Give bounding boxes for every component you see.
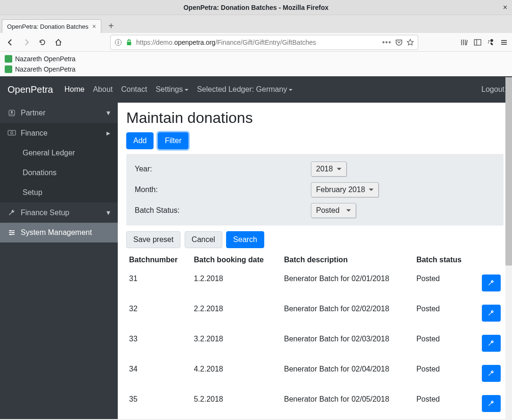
library-icon[interactable] [460,38,469,47]
tab-title: OpenPetra: Donation Batches [7,23,89,30]
table-row: 311.2.2018Benerator Batch for 02/01/2018… [126,268,504,298]
sidebar-label: Finance [21,129,48,137]
reload-icon [39,39,46,46]
sidebar-item-setup[interactable]: Setup [0,183,118,202]
save-preset-button[interactable]: Save preset [126,231,180,248]
svg-point-15 [10,234,12,235]
row-action-button[interactable] [482,335,501,352]
nav-about[interactable]: About [93,85,113,94]
cell-batchnumber: 35 [126,388,191,419]
window-title: OpenPetra: Donation Batches - Mozilla Fi… [183,4,328,11]
svg-point-10 [11,111,13,113]
batch-status-select[interactable]: Posted [311,203,356,218]
bookmark-item[interactable]: Nazareth OpenPetra [4,54,508,64]
cell-status: Posted [414,328,474,358]
month-select[interactable]: February 2018 [311,182,379,197]
home-button[interactable] [52,36,65,49]
page-actions-icon[interactable]: ••• [382,38,391,47]
filter-button[interactable]: Filter [158,132,189,149]
user-icon [8,109,16,117]
url-bar[interactable]: https://demo.openpetra.org/Finance/Gift/… [110,35,418,50]
window-titlebar: OpenPetra: Donation Batches - Mozilla Fi… [0,0,512,15]
sidebar-item-finance-setup[interactable]: Finance Setup ▾ [0,202,118,223]
window-close-icon[interactable]: × [503,3,507,12]
bookmark-favicon-icon [5,65,12,73]
svg-point-7 [488,40,490,41]
row-action-button[interactable] [482,395,501,412]
nav-logout[interactable]: Logout [481,85,504,94]
cancel-button[interactable]: Cancel [185,231,222,248]
sidebar-item-finance[interactable]: Finance ▸ [0,123,118,143]
wrench-icon [487,309,496,317]
arrow-right-icon [23,39,30,46]
nav-contact[interactable]: Contact [121,85,147,94]
tab-close-icon[interactable]: × [92,23,96,30]
back-button[interactable] [4,36,17,49]
nav-home[interactable]: Home [65,85,85,94]
app-navbar: OpenPetra Home About Contact Settings Se… [0,76,512,103]
new-tab-button[interactable]: + [104,19,118,33]
cell-batchnumber: 33 [126,328,191,358]
batch-status-label: Batch Status: [135,206,311,215]
wrench-icon [487,339,496,347]
forward-button[interactable] [20,36,33,49]
sliders-icon [8,228,16,237]
cell-description: Benerator Batch for 02/02/2018 [281,298,414,328]
table-row: 355.2.2018Benerator Batch for 02/05/2018… [126,388,504,419]
page-title: Maintain donations [126,109,504,127]
svg-point-12 [11,131,13,134]
cell-batchnumber: 31 [126,268,191,298]
svg-point-6 [490,39,493,42]
url-text: https://demo.openpetra.org/Finance/Gift/… [136,39,378,46]
browser-tab[interactable]: OpenPetra: Donation Batches × [2,19,101,33]
nav-selected-ledger[interactable]: Selected Ledger: Germany [197,85,293,94]
brand[interactable]: OpenPetra [8,84,53,95]
pocket-icon[interactable] [395,39,403,46]
wrench-icon [487,369,496,378]
sidebar-label: Finance Setup [21,209,69,217]
info-icon[interactable] [114,39,122,46]
col-batchnumber: Batchnumber [126,252,191,268]
scrollbar-thumb[interactable] [505,77,512,266]
sidebar-item-general-ledger[interactable]: General Ledger [0,143,118,163]
bookmark-favicon-icon [5,55,12,63]
reload-button[interactable] [36,36,49,49]
cell-booking-date: 2.2.2018 [191,298,281,328]
svg-rect-3 [127,42,131,45]
svg-rect-1 [118,41,119,44]
sidebar-item-system-management[interactable]: System Management [0,223,118,242]
row-action-button[interactable] [482,275,501,291]
add-button[interactable]: Add [126,132,154,149]
table-row: 333.2.2018Benerator Batch for 02/03/2018… [126,328,504,358]
bookmark-star-icon[interactable] [406,39,414,46]
sidebar-label: Partner [21,109,45,117]
nav-settings[interactable]: Settings [155,85,188,94]
year-select[interactable]: 2018 [311,162,347,177]
cell-booking-date: 1.2.2018 [191,268,281,298]
table-row: 322.2.2018Benerator Batch for 02/02/2018… [126,298,504,328]
cell-status: Posted [414,298,474,328]
caret-down-icon: ▾ [106,108,110,117]
home-icon [55,39,62,46]
month-label: Month: [135,186,311,194]
month-value: February 2018 [316,186,365,194]
sidebar-item-donations[interactable]: Donations [0,163,118,183]
gnome-foot-icon[interactable] [487,38,495,47]
cell-batchnumber: 34 [126,358,191,388]
sidebar-item-partner[interactable]: Partner ▾ [0,103,118,123]
year-value: 2018 [316,165,333,173]
row-action-button[interactable] [482,305,501,322]
wrench-icon [487,399,496,408]
caret-down-icon: ▾ [106,208,110,217]
search-button[interactable]: Search [226,231,264,248]
hamburger-menu-icon[interactable] [500,38,508,47]
cell-description: Benerator Batch for 02/05/2018 [281,388,414,419]
cell-status: Posted [414,388,474,419]
lock-icon[interactable] [126,39,132,46]
svg-rect-2 [118,40,119,41]
row-action-button[interactable] [482,365,501,382]
sidebar-icon[interactable] [473,38,482,47]
browser-tabstrip: OpenPetra: Donation Batches × + [0,15,512,33]
bookmark-item[interactable]: Nazareth OpenPetra [4,64,508,74]
svg-point-14 [13,232,14,234]
